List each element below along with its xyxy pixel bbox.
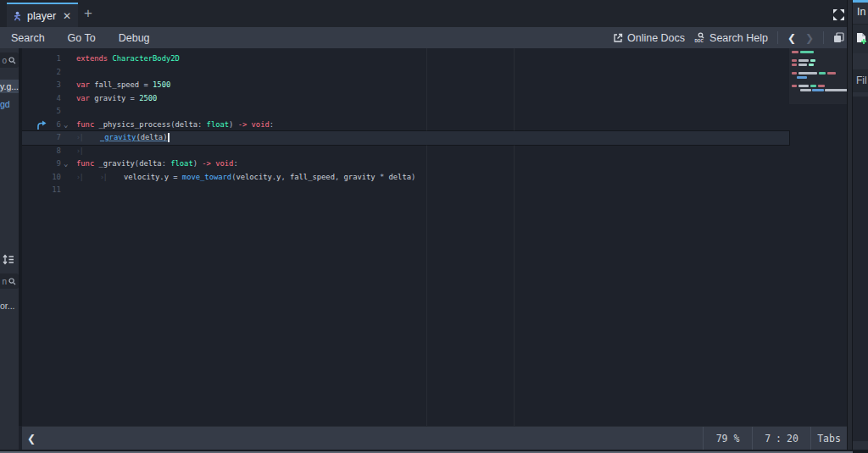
svg-text:DOC: DOC xyxy=(695,39,704,43)
fold-chevron-icon[interactable]: ⌄ xyxy=(64,119,68,132)
script-list-icon[interactable] xyxy=(833,32,844,43)
minimap-bar xyxy=(800,89,811,91)
filter-methods-input[interactable]: n xyxy=(0,273,19,289)
dock-tab-accent xyxy=(853,0,868,3)
sort-members-icon[interactable] xyxy=(3,254,14,265)
menu-items: SearchGo ToDebug xyxy=(0,32,150,44)
fold-chevron-icon[interactable]: ⌄ xyxy=(64,157,68,171)
minimap-bar xyxy=(797,76,807,79)
member-list-item[interactable]: or... xyxy=(0,301,19,311)
tab-marker: ›| xyxy=(100,171,124,185)
search-help-button[interactable]: DOC Search Help xyxy=(694,32,768,44)
code-text: extends CharacterBody2D xyxy=(76,52,180,66)
line-number[interactable]: 11 xyxy=(22,184,61,197)
minimap-bar xyxy=(812,89,824,91)
override-arrow-icon[interactable] xyxy=(36,120,47,130)
tab-label: player xyxy=(27,10,56,22)
inspector-content xyxy=(853,97,868,441)
code-editor[interactable]: 1extends CharacterBody2D23var fall_speed… xyxy=(22,48,848,426)
code-line-9[interactable]: 9⌄func _gravity(delta: float) -> void: xyxy=(22,157,789,171)
code-line-1[interactable]: 1extends CharacterBody2D xyxy=(22,52,789,66)
indent-mode: Tabs xyxy=(810,427,847,450)
line-number[interactable]: 4 xyxy=(22,92,61,106)
menu-bar: SearchGo ToDebug Online Docs DOC xyxy=(0,27,853,48)
line-number[interactable]: 5 xyxy=(22,105,61,119)
code-line-10[interactable]: 10›|›|velocity.y = move_toward(velocity.… xyxy=(22,171,789,185)
godot-script-editor: player ✕ + SearchGo ToDebug xyxy=(0,0,868,453)
code-text: ›|›|velocity.y = move_toward(velocity.y,… xyxy=(76,171,415,185)
toggle-scripts-panel-button[interactable]: ❮ xyxy=(27,433,36,445)
tab-inspector[interactable]: In xyxy=(857,6,865,18)
inspector-toolbar xyxy=(853,24,868,53)
history-back-button[interactable]: ❮ xyxy=(787,32,796,44)
search-icon xyxy=(8,57,16,64)
text-caret xyxy=(168,133,170,142)
code-text: ›| xyxy=(76,145,100,158)
minimap[interactable] xyxy=(789,48,848,426)
code-text: func _gravity(delta: float) -> void: xyxy=(76,157,238,171)
code-text: func _physics_process(delta: float) -> v… xyxy=(76,119,274,132)
line-number[interactable]: 10 xyxy=(22,171,61,185)
distraction-free-icon[interactable] xyxy=(831,7,846,22)
online-docs-button[interactable]: Online Docs xyxy=(613,32,685,44)
code-line-8[interactable]: 8›| xyxy=(22,145,789,158)
minimap-bar xyxy=(792,59,797,62)
gdscript-icon xyxy=(13,11,22,21)
minimap-bar xyxy=(792,64,797,66)
separator xyxy=(777,31,778,44)
scripts-panel-strip: o y.g... gd n or. xyxy=(0,48,19,450)
code-text: ›|_gravity(delta) xyxy=(76,131,170,145)
new-resource-icon[interactable] xyxy=(855,32,867,45)
code-line-11[interactable]: 11 xyxy=(22,184,789,197)
right-dock: In Fil xyxy=(853,0,868,453)
zoom-level: 79 % xyxy=(703,427,752,450)
search-icon xyxy=(8,278,16,285)
tab-marker: ›| xyxy=(76,145,100,158)
minimap-bar xyxy=(798,64,807,66)
line-number[interactable]: 7 xyxy=(22,131,61,145)
code-lines: 1extends CharacterBody2D23var fall_speed… xyxy=(22,52,848,197)
minimap-bar xyxy=(798,59,809,62)
line-number[interactable]: 1 xyxy=(22,52,61,66)
filter-scripts-input[interactable]: o xyxy=(0,52,19,68)
code-line-6[interactable]: 6⌄func _physics_process(delta: float) ->… xyxy=(22,119,789,132)
external-link-icon xyxy=(613,33,623,43)
line-number[interactable]: 2 xyxy=(22,66,61,80)
minimap-bar xyxy=(827,72,836,75)
minimap-bar xyxy=(810,85,816,87)
line-number[interactable]: 8 xyxy=(22,145,61,158)
minimap-bar xyxy=(818,85,825,87)
minimap-bar xyxy=(792,72,797,75)
new-tab-button[interactable]: + xyxy=(80,4,97,23)
script-list-item[interactable]: gd xyxy=(0,99,19,109)
menu-item-debug[interactable]: Debug xyxy=(119,32,150,44)
line-number[interactable]: 3 xyxy=(22,79,61,92)
line-number[interactable]: 9 xyxy=(22,157,61,171)
history-forward-button[interactable]: ❯ xyxy=(805,32,814,44)
code-line-2[interactable]: 2 xyxy=(22,66,789,80)
minimap-bar xyxy=(798,72,817,75)
menu-item-search[interactable]: Search xyxy=(11,32,45,44)
code-text: var gravity = 2500 xyxy=(76,92,157,106)
code-line-5[interactable]: 5 xyxy=(22,105,789,119)
filter-properties-input[interactable]: Fil xyxy=(853,69,868,92)
separator xyxy=(823,31,824,44)
script-tab-bar: player ✕ + xyxy=(0,0,868,27)
tab-player[interactable]: player ✕ xyxy=(7,3,78,27)
code-line-4[interactable]: 4var gravity = 2500 xyxy=(22,92,789,106)
code-text: var fall_speed = 1500 xyxy=(76,79,170,92)
minimap-bar xyxy=(792,51,798,53)
vertical-scrollbar[interactable] xyxy=(847,0,853,453)
close-icon[interactable]: ✕ xyxy=(63,10,71,22)
help-doc-icon: DOC xyxy=(694,32,705,43)
minimap-bar xyxy=(809,64,814,66)
minimap-bar xyxy=(825,89,848,91)
minimap-bar xyxy=(800,51,814,53)
minimap-bar xyxy=(819,72,826,75)
menu-item-go-to[interactable]: Go To xyxy=(68,32,96,44)
script-list-item-selected[interactable]: y.g... xyxy=(0,80,19,93)
code-line-7[interactable]: 7›|_gravity(delta) xyxy=(22,131,789,145)
status-bar: ❮ 79 % 7 : 20 Tabs xyxy=(22,426,847,450)
minimap-bar xyxy=(792,85,797,87)
code-line-3[interactable]: 3var fall_speed = 1500 xyxy=(22,79,789,92)
